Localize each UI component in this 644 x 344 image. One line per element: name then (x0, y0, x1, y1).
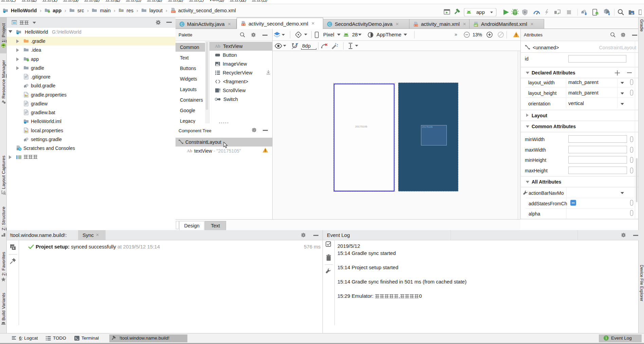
svg-text:C: C (328, 22, 331, 26)
svg-text:C: C (181, 22, 183, 26)
svg-text:app: app (476, 9, 485, 15)
svg-text:Ab: Ab (215, 44, 220, 49)
svg-text:MF: MF (474, 24, 478, 26)
